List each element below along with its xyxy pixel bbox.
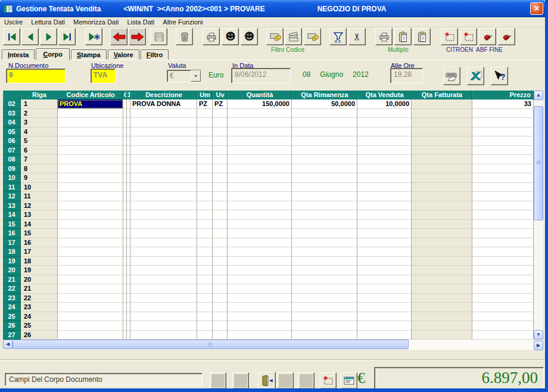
cell-prezzo[interactable] (472, 294, 534, 303)
close-button[interactable]: × (530, 2, 543, 15)
tab-stampa[interactable]: Stampa (71, 49, 107, 60)
card-device-button[interactable] (443, 67, 460, 85)
cell-qta[interactable] (228, 109, 292, 119)
tab-corpo[interactable]: Corpo (36, 48, 69, 60)
cell-riga[interactable]: 2 (21, 109, 58, 119)
cell-qta[interactable] (228, 257, 292, 266)
cell-ven[interactable] (357, 312, 412, 322)
cell-qta[interactable] (228, 321, 292, 331)
column-header-codice-articolo[interactable]: Codice Articolo (58, 91, 123, 99)
cell-uv[interactable]: PZ (213, 99, 228, 109)
cell-desc[interactable] (130, 321, 197, 331)
row-number[interactable]: 20 (3, 266, 21, 275)
cell-ven[interactable] (357, 192, 412, 201)
cell-desc[interactable] (130, 247, 197, 257)
cell-desc[interactable] (130, 109, 197, 119)
cell-prezzo[interactable] (472, 275, 534, 285)
column-header-qta-rimanenza[interactable]: Qta Rimanenza (292, 91, 357, 99)
cell-um[interactable] (197, 192, 213, 201)
cell-prezzo[interactable] (472, 257, 534, 266)
money-coins-button[interactable] (266, 28, 284, 45)
row-number[interactable]: 26 (3, 321, 21, 331)
row-number[interactable]: 05 (3, 127, 21, 137)
cell-prezzo[interactable]: 33 (472, 99, 534, 109)
cell-desc[interactable]: PROVA DONNA (130, 99, 197, 109)
cell-rim[interactable] (292, 118, 357, 127)
row-number[interactable]: 21 (3, 275, 21, 285)
cell-codice[interactable] (58, 164, 123, 174)
cell-um[interactable] (197, 210, 213, 220)
cell-ven[interactable] (357, 257, 412, 266)
tab-valore[interactable]: Valore (108, 49, 139, 60)
arrow-right-button[interactable] (129, 28, 146, 45)
column-header-qta-venduta[interactable]: Qta Venduta (357, 91, 412, 99)
cell-uv[interactable] (213, 275, 228, 285)
cell-um[interactable] (197, 312, 213, 322)
cell-codice[interactable] (58, 321, 123, 331)
cell-qta[interactable] (228, 303, 292, 312)
tab-filtro[interactable]: Filtro (141, 49, 169, 60)
cell-codice[interactable] (58, 127, 123, 137)
vertical-scrollbar[interactable]: ▲ ▼ (534, 91, 543, 340)
screen-list-button[interactable] (341, 372, 357, 389)
cell-um[interactable] (197, 294, 213, 303)
cell-rim[interactable] (292, 220, 357, 229)
row-number[interactable]: 12 (3, 192, 21, 201)
cell-qta[interactable]: 150,0000 (228, 99, 292, 109)
cell-fat[interactable] (412, 312, 472, 322)
cell-qta[interactable] (228, 192, 292, 201)
abf-book-2-button[interactable] (498, 28, 515, 45)
row-number[interactable]: 06 (3, 136, 21, 146)
cell-codice[interactable] (58, 238, 123, 248)
in-data-field[interactable]: 8/06/2012 (231, 68, 291, 83)
cell-um[interactable]: PZ (197, 99, 213, 109)
cell-desc[interactable] (130, 238, 197, 248)
print-button[interactable] (203, 28, 220, 45)
chevron-down-icon[interactable]: ▼ (191, 70, 201, 82)
cell-prezzo[interactable] (472, 312, 534, 322)
cell-uv[interactable] (213, 183, 228, 192)
cell-rim[interactable] (292, 257, 357, 266)
cell-qta[interactable] (228, 284, 292, 294)
cell-codice[interactable] (58, 136, 123, 146)
cell-prezzo[interactable] (472, 173, 534, 183)
cell-prezzo[interactable] (472, 155, 534, 164)
row-number[interactable]: 13 (3, 201, 21, 211)
cell-rim[interactable] (292, 173, 357, 183)
row-number[interactable]: 07 (3, 146, 21, 155)
cell-um[interactable] (197, 284, 213, 294)
cell-rim[interactable] (292, 321, 357, 331)
cell-codice[interactable] (58, 284, 123, 294)
cell-rim[interactable] (292, 275, 357, 285)
cell-fat[interactable] (412, 210, 472, 220)
citroen-select-button[interactable] (441, 28, 458, 45)
cell-riga[interactable]: 7 (21, 155, 58, 164)
cell-qta[interactable] (228, 294, 292, 303)
row-number[interactable]: 09 (3, 164, 21, 174)
column-header-qta-fatturata[interactable]: Qta Fatturata (412, 91, 472, 99)
cell-codice[interactable] (58, 118, 123, 127)
cell-rim[interactable] (292, 247, 357, 257)
save-button[interactable] (150, 28, 167, 45)
cell-desc[interactable] (130, 331, 197, 340)
column-header-uv[interactable]: Uv (213, 91, 228, 99)
cell-fat[interactable] (412, 247, 472, 257)
row-number[interactable]: 27 (3, 331, 21, 340)
cell-desc[interactable] (130, 312, 197, 322)
paste-button[interactable] (394, 28, 412, 45)
cell-uv[interactable] (213, 266, 228, 275)
cell-desc[interactable] (130, 155, 197, 164)
cell-rim[interactable] (292, 183, 357, 192)
cell-prezzo[interactable] (472, 229, 534, 238)
cell-fat[interactable] (412, 331, 472, 340)
cell-rim[interactable] (292, 210, 357, 220)
cell-uv[interactable] (213, 294, 228, 303)
cell-qta[interactable] (228, 183, 292, 192)
cell-fat[interactable] (412, 146, 472, 155)
cell-ven[interactable] (357, 220, 412, 229)
cell-prezzo[interactable] (472, 321, 534, 331)
customer-right-button[interactable]: ☻ (241, 28, 258, 45)
cell-desc[interactable] (130, 257, 197, 266)
cell-um[interactable] (197, 238, 213, 248)
cell-prezzo[interactable] (472, 136, 534, 146)
